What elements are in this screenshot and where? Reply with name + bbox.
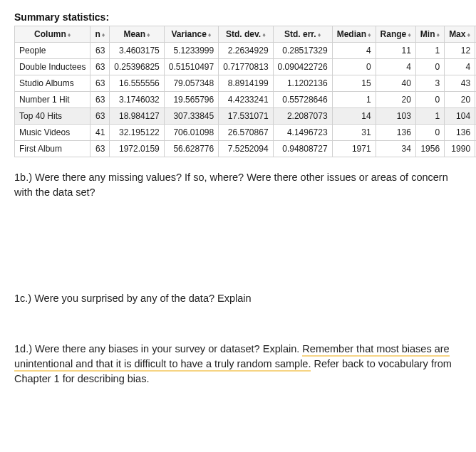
cell-mean: 18.984127 [110,108,164,125]
row-label: First Album [15,141,90,157]
row-label: Double Inductees [15,59,90,75]
row-label: Music Videos [15,125,90,141]
table-row: People633.46031755.12339992.26349290.285… [15,43,477,59]
cell-min: 1 [415,108,444,125]
cell-min: 3 [415,75,444,92]
sort-icon[interactable]: ♦ [368,32,371,38]
cell-sd: 26.570867 [219,125,273,141]
question-1c: 1c.) Were you surprised by any of the da… [14,291,462,306]
cell-n: 63 [90,108,110,125]
cell-min: 0 [415,59,444,75]
cell-range: 4 [376,59,415,75]
column-header[interactable]: Variance♦ [164,26,218,43]
cell-range: 40 [376,75,415,92]
cell-se: 4.1496723 [273,125,332,141]
cell-mean: 0.25396825 [110,59,164,75]
table-row: Studio Albums6316.55555679.0573488.89141… [15,75,477,92]
cell-median: 14 [332,108,376,125]
cell-sd: 0.71770813 [219,59,273,75]
cell-range: 136 [376,125,415,141]
column-label: Median [337,29,366,39]
cell-se: 2.2087073 [273,108,332,125]
cell-min: 1956 [415,141,444,157]
column-header[interactable]: Std. dev.♦ [219,26,273,43]
cell-median: 4 [332,43,376,59]
column-label: Range [381,29,407,39]
cell-se: 0.94808727 [273,141,332,157]
cell-mean: 32.195122 [110,125,164,141]
column-header[interactable]: Std. err.♦ [273,26,332,43]
cell-sd: 2.2634929 [219,43,273,59]
cell-n: 63 [90,43,110,59]
cell-max: 12 [445,43,475,59]
column-header[interactable]: Median♦ [332,26,376,43]
row-label: Number 1 Hit [15,92,90,108]
cell-mean: 16.555556 [110,75,164,92]
sort-icon[interactable]: ♦ [408,32,411,38]
cell-range: 103 [376,108,415,125]
column-header[interactable]: Column♦ [15,26,90,43]
cell-range: 20 [376,92,415,108]
column-label: Max [449,29,465,39]
column-header[interactable]: Max♦ [445,26,475,43]
cell-n: 63 [90,75,110,92]
question-1d-prefix: 1d.) Were there any biases in your surve… [14,343,302,354]
cell-var: 79.057348 [164,75,218,92]
sort-icon[interactable]: ♦ [208,32,212,38]
cell-range: 34 [376,141,415,157]
column-header[interactable]: Range♦ [376,26,415,43]
sort-icon[interactable]: ♦ [68,32,71,38]
cell-max: 1990 [445,141,475,157]
column-label: Mean [123,29,145,39]
cell-var: 706.01098 [164,125,218,141]
cell-min: 0 [415,125,444,141]
sort-icon[interactable]: ♦ [467,32,470,38]
table-row: Number 1 Hit633.174603219.5657964.423324… [15,92,477,108]
cell-n: 63 [90,92,110,108]
cell-range: 11 [376,43,415,59]
table-row: Top 40 Hits6318.984127307.3384517.531071… [15,108,477,125]
cell-var: 19.565796 [164,92,218,108]
sort-icon[interactable]: ♦ [147,32,150,38]
summary-table: Column♦n♦Mean♦Variance♦Std. dev.♦Std. er… [14,26,476,157]
column-label: Variance [171,29,206,39]
cell-se: 0.090422726 [273,59,332,75]
cell-var: 307.33845 [164,108,218,125]
sort-icon[interactable]: ♦ [262,32,266,38]
column-label: Std. err. [284,29,316,39]
question-1d: 1d.) Were there any biases in your surve… [14,342,462,387]
cell-max: 20 [445,92,475,108]
column-header[interactable]: Mean♦ [110,26,164,43]
cell-max: 104 [445,108,475,125]
cell-var: 56.628776 [164,141,218,157]
summary-heading: Summary statistics: [14,11,462,23]
cell-mean: 1972.0159 [110,141,164,157]
cell-sd: 17.531071 [219,108,273,125]
cell-max: 4 [445,59,475,75]
cell-median: 0 [332,59,376,75]
table-row: Music Videos4132.195122706.0109826.57086… [15,125,477,141]
cell-se: 1.1202136 [273,75,332,92]
cell-min: 0 [415,92,444,108]
question-1b: 1b.) Were there any missing values? If s… [14,170,462,200]
cell-se: 0.28517329 [273,43,332,59]
column-label: Std. dev. [226,29,261,39]
sort-icon[interactable]: ♦ [102,32,105,38]
sort-icon[interactable]: ♦ [318,32,321,38]
cell-n: 63 [90,141,110,157]
sort-icon[interactable]: ♦ [437,32,440,38]
column-label: n [95,29,100,39]
table-row: First Album631972.015956.6287767.5252094… [15,141,477,157]
cell-n: 63 [90,59,110,75]
column-header[interactable]: n♦ [90,26,110,43]
table-header-row: Column♦n♦Mean♦Variance♦Std. dev.♦Std. er… [15,26,477,43]
cell-var: 5.1233999 [164,43,218,59]
cell-sd: 7.5252094 [219,141,273,157]
cell-n: 41 [90,125,110,141]
column-header[interactable]: Min♦ [415,26,444,43]
column-label: Column [34,29,66,39]
cell-median: 15 [332,75,376,92]
row-label: Top 40 Hits [15,108,90,125]
cell-median: 1971 [332,141,376,157]
cell-max: 136 [445,125,475,141]
